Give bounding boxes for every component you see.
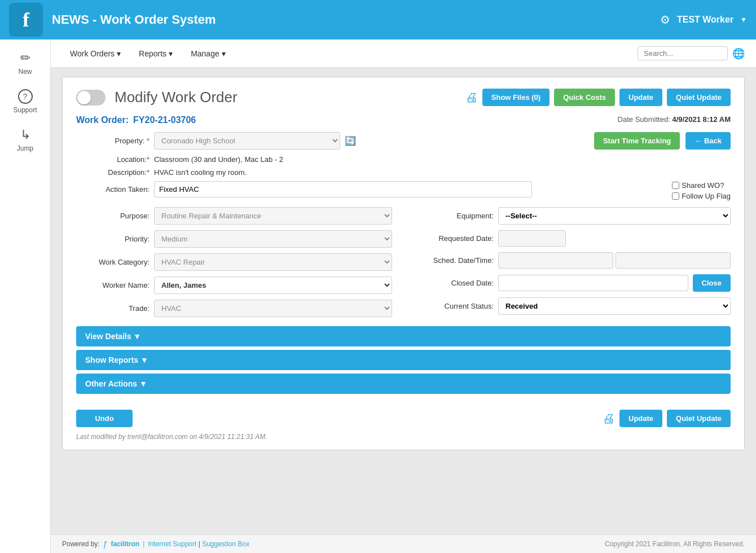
- suggestion-box-link[interactable]: Suggestion Box: [202, 540, 249, 548]
- nav-reports-caret: ▾: [169, 49, 173, 58]
- toggle-switch[interactable]: [76, 90, 106, 106]
- location-value: Classroom (30 and Under), Mac Lab - 2: [154, 155, 731, 164]
- purpose-select[interactable]: Routine Repair & Maintenance: [154, 207, 392, 225]
- sched-date-row: Sched. Date/Time:: [415, 252, 731, 269]
- footer-copyright: Copyright 2021 Facilitron. All Rights Re…: [605, 540, 745, 548]
- sched-time-input[interactable]: [616, 252, 731, 269]
- worker-name-select[interactable]: Allen, James: [154, 276, 392, 294]
- shared-wo-checkbox-label[interactable]: Shared WO?: [672, 181, 731, 190]
- user-menu-caret-icon[interactable]: ▼: [740, 16, 747, 24]
- closed-inputs: Close: [498, 274, 731, 292]
- other-actions-header[interactable]: Other Actions ▼: [76, 374, 731, 394]
- content-area: Work Orders ▾ Reports ▾ Manage ▾ 🌐: [51, 40, 756, 553]
- bottom-printer-icon[interactable]: 🖨: [603, 411, 615, 426]
- wo-label: Work Order:: [76, 115, 129, 125]
- sidebar-label-support: Support: [13, 106, 37, 114]
- sidebar-item-support[interactable]: ? Support: [0, 84, 50, 120]
- footer-powered-by: Powered by:: [62, 540, 100, 548]
- checkbox-group: Shared WO? Follow Up Flag: [672, 181, 731, 200]
- card-actions: 🖨 Show Files (0) Quick Costs Update Quie…: [465, 89, 731, 106]
- nav-work-orders[interactable]: Work Orders ▾: [62, 46, 129, 62]
- purpose-label: Purpose:: [76, 212, 150, 220]
- back-button[interactable]: ← Back: [685, 132, 731, 150]
- follow-up-checkbox-label[interactable]: Follow Up Flag: [672, 192, 731, 200]
- form-section: Purpose: Routine Repair & Maintenance Pr…: [76, 207, 731, 317]
- sched-date-input[interactable]: [498, 252, 613, 269]
- date-submitted-value: 4/9/2021 8:12 AM: [672, 115, 731, 124]
- sidebar-item-new[interactable]: ✏ New: [0, 45, 50, 81]
- nav-manage[interactable]: Manage ▾: [183, 46, 234, 62]
- footer: Powered by: ƒ facilitron | Internet Supp…: [51, 534, 756, 553]
- requested-date-input[interactable]: [498, 230, 566, 247]
- action-taken-section: Action Taken: Shared WO? Follow Up Flag: [76, 181, 731, 200]
- nav-manage-label: Manage: [191, 49, 219, 58]
- nav-bar: Work Orders ▾ Reports ▾ Manage ▾ 🌐: [51, 40, 756, 68]
- update-top-button[interactable]: Update: [619, 89, 662, 106]
- main-layout: ✏ New ? Support ↳ Jump Work Orders ▾ Rep…: [0, 40, 756, 553]
- priority-row: Priority: Medium: [76, 230, 392, 248]
- logo-letter: f: [23, 8, 29, 32]
- show-reports-header[interactable]: Show Reports ▼: [76, 350, 731, 370]
- view-details-header[interactable]: View Details ▼: [76, 326, 731, 346]
- header-right: ⚙ TEST Worker ▼: [660, 13, 747, 27]
- quiet-update-bottom-button[interactable]: Quiet Update: [667, 410, 731, 427]
- description-row: Description:* HVAC isn't cooling my room…: [76, 168, 731, 177]
- sidebar-item-jump[interactable]: ↳ Jump: [0, 122, 50, 158]
- current-status-row: Current Status: Received: [415, 297, 731, 315]
- work-category-row: Work Category: HVAC Repair: [76, 253, 392, 271]
- show-files-button[interactable]: Show Files (0): [482, 89, 550, 106]
- priority-label: Priority:: [76, 235, 150, 243]
- property-select[interactable]: Coronado High School: [154, 132, 340, 150]
- work-order-card: Modify Work Order 🖨 Show Files (0) Quick…: [62, 77, 745, 450]
- current-status-select[interactable]: Received: [498, 297, 731, 315]
- internet-support-link[interactable]: Internet Support: [148, 540, 196, 548]
- footer-sep: |: [143, 540, 144, 548]
- date-submitted-label: Date Submitted:: [618, 115, 670, 124]
- close-button[interactable]: Close: [693, 274, 731, 292]
- closed-date-row: Closed Date: Close: [415, 274, 731, 292]
- wo-number-row: Work Order: FY20-21-03706: [76, 115, 196, 125]
- wo-info-row: Work Order: FY20-21-03706 Date Submitted…: [76, 115, 731, 125]
- card-title: Modify Work Order: [115, 89, 456, 106]
- trade-select[interactable]: HVAC: [154, 300, 392, 317]
- priority-select[interactable]: Medium: [154, 230, 392, 248]
- location-row: Location:* Classroom (30 and Under), Mac…: [76, 155, 731, 164]
- quiet-update-top-button[interactable]: Quiet Update: [667, 89, 731, 106]
- footer-logo-icon: ƒ: [103, 539, 108, 548]
- follow-up-checkbox[interactable]: [672, 192, 679, 200]
- other-actions-section: Other Actions ▼: [76, 374, 731, 394]
- globe-icon[interactable]: 🌐: [732, 47, 745, 60]
- card-header: Modify Work Order 🖨 Show Files (0) Quick…: [76, 89, 731, 106]
- search-input[interactable]: [638, 46, 728, 60]
- closed-date-label: Closed Date:: [415, 279, 494, 287]
- description-value: HVAC isn't cooling my room.: [154, 168, 731, 177]
- nav-reports-label: Reports: [139, 49, 166, 58]
- toggle-knob: [77, 91, 91, 104]
- time-tracking-section: Start Time Tracking ← Back: [594, 132, 731, 150]
- equipment-select[interactable]: --Select--: [498, 207, 731, 225]
- top-header: f NEWS - Work Order System ⚙ TEST Worker…: [0, 0, 756, 40]
- pencil-icon: ✏: [20, 51, 30, 65]
- view-details-label: View Details ▼: [85, 332, 141, 341]
- nav-search: 🌐: [638, 46, 745, 60]
- update-bottom-button[interactable]: Update: [619, 410, 662, 427]
- purpose-row: Purpose: Routine Repair & Maintenance: [76, 207, 392, 225]
- action-taken-input[interactable]: [154, 181, 532, 198]
- undo-button[interactable]: Undo: [76, 410, 133, 427]
- equipment-label: Equipment:: [415, 212, 494, 220]
- work-category-select[interactable]: HVAC Repair: [154, 253, 392, 271]
- show-reports-label: Show Reports ▼: [85, 356, 148, 365]
- app-title: NEWS - Work Order System: [52, 12, 651, 27]
- shared-wo-checkbox[interactable]: [672, 182, 679, 189]
- nav-reports[interactable]: Reports ▾: [131, 46, 181, 62]
- quick-costs-button[interactable]: Quick Costs: [554, 89, 615, 106]
- date-submitted: Date Submitted: 4/9/2021 8:12 AM: [618, 115, 731, 124]
- refresh-icon[interactable]: 🔄: [345, 135, 356, 146]
- current-status-label: Current Status:: [415, 302, 494, 310]
- gear-icon[interactable]: ⚙: [660, 13, 670, 27]
- closed-date-input[interactable]: [498, 275, 688, 291]
- printer-icon[interactable]: 🖨: [465, 90, 478, 105]
- question-icon: ?: [18, 89, 33, 104]
- start-time-tracking-button[interactable]: Start Time Tracking: [594, 132, 680, 150]
- last-modified: Last modified by trent@facilitron.com on…: [76, 433, 731, 441]
